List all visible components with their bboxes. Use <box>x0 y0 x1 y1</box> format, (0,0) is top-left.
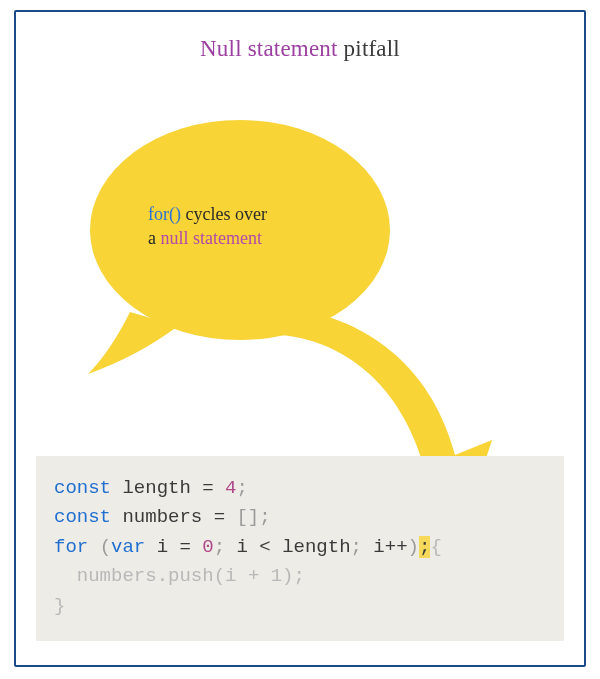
title-rest: pitfall <box>338 36 400 61</box>
highlighted-semicolon: ; <box>419 536 430 558</box>
bubble-line1-rest: cycles over <box>181 204 267 224</box>
bubble-keyword-null: null statement <box>161 228 262 248</box>
bubble-line2-pre: a <box>148 228 161 248</box>
code-line-2: const numbers = []; <box>54 506 271 528</box>
diagram-title: Null statement pitfall <box>0 36 600 62</box>
code-block: const length = 4; const numbers = []; fo… <box>36 456 564 641</box>
code-line-3: for (var i = 0; i < length; i++);{ <box>54 536 442 558</box>
code-line-1: const length = 4; <box>54 477 248 499</box>
code-line-5: } <box>54 595 65 617</box>
speech-bubble-text: for() cycles over a null statement <box>148 202 348 251</box>
bubble-keyword-for: for() <box>148 204 181 224</box>
title-accent: Null statement <box>200 36 338 61</box>
code-line-4: numbers.push(i + 1); <box>54 565 305 587</box>
